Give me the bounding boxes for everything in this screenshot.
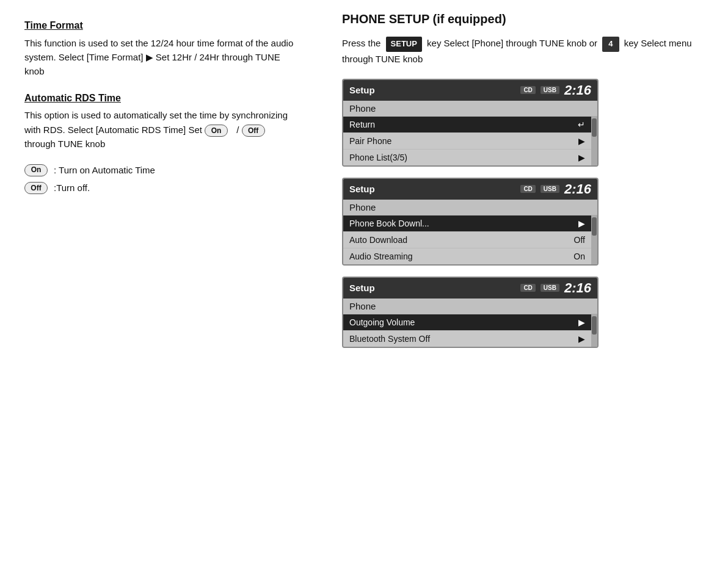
screen-3-badge-usb: USB (541, 284, 559, 292)
screen-2-header: SetupCDUSB2:16 (343, 179, 597, 200)
screen-1-row-1[interactable]: Return↵ (343, 116, 591, 132)
screen-1-header-title: Setup (349, 85, 375, 95)
screen-1-row-1-value: ↵ (578, 120, 585, 129)
screen-2-row-2-value: Off (574, 235, 585, 245)
on-bullet-toggle: On (24, 164, 48, 176)
screen-3-time: 2:16 (564, 280, 591, 296)
screen-2-badge-cd: CD (520, 185, 535, 193)
time-format-body: This function is used to set the 12/24 h… (24, 36, 299, 79)
screen-1-row-2-value: ▶ (578, 136, 585, 146)
screen-3-row-2[interactable]: Bluetooth System Off▶ (343, 330, 591, 347)
off-bullet-text: :Turn off. (54, 181, 90, 195)
screen-3-scrollbar-thumb (592, 316, 597, 335)
phone-setup-title: PHONE SETUP (if equipped) (342, 12, 710, 26)
screen-1-scrollbar[interactable] (591, 116, 597, 165)
screen-2-row-3-label: Audio Streaming (349, 252, 413, 261)
intro-line2: key Select [Phone] through TUNE knob or (427, 38, 597, 48)
slash-sep: / (236, 125, 241, 135)
screen-2-header-icons: CDUSB2:16 (520, 181, 591, 197)
left-column: Time Format This function is used to set… (0, 0, 324, 561)
screen-3-row-1-label: Outgoing Volume (349, 317, 415, 327)
rds-body-end: through TUNE knob (24, 139, 105, 149)
screen-2-scrollbar[interactable] (591, 215, 597, 264)
off-bullet-toggle: Off (24, 182, 48, 194)
screen-2-row-1[interactable]: Phone Book Downl...▶ (343, 215, 591, 231)
setup-key-badge: SETUP (386, 37, 422, 52)
screen-2-row-3[interactable]: Audio StreamingOn (343, 248, 591, 264)
screen-2-row-2-label: Auto Download (349, 235, 407, 245)
bullet-on: On : Turn on Automatic Time (24, 163, 299, 177)
num-key-badge: 4 (602, 37, 619, 52)
screen-3-rows: Outgoing Volume▶Bluetooth System Off▶ (343, 314, 591, 347)
screen-2-time: 2:16 (564, 181, 591, 197)
screen-1-row-3[interactable]: Phone List(3/5)▶ (343, 149, 591, 165)
right-column: PHONE SETUP (if equipped) Press the SETU… (324, 0, 728, 561)
on-toggle-button: On (205, 125, 228, 137)
bullet-list: On : Turn on Automatic Time Off :Turn of… (24, 163, 299, 195)
intro-text: Press the SETUP key Select [Phone] throu… (342, 36, 710, 67)
on-bullet-text: : Turn on Automatic Time (54, 163, 155, 177)
device-screen-3: SetupCDUSB2:16PhoneOutgoing Volume▶Bluet… (342, 277, 599, 348)
off-toggle-button: Off (242, 125, 265, 137)
device-screen-2: SetupCDUSB2:16PhonePhone Book Downl...▶A… (342, 178, 599, 266)
screen-3-badge-cd: CD (520, 284, 535, 292)
screen-3-header-title: Setup (349, 283, 375, 293)
screen-2-row-1-label: Phone Book Downl... (349, 219, 429, 228)
screen-2-row-1-value: ▶ (578, 219, 585, 228)
screen-1-row-3-label: Phone List(3/5) (349, 153, 407, 162)
screen-3-row-2-label: Bluetooth System Off (349, 334, 430, 344)
screen-1-header: SetupCDUSB2:16 (343, 80, 597, 101)
screen-1-badge-usb: USB (541, 86, 559, 94)
screen-3-row-1-value: ▶ (578, 317, 585, 327)
rds-time-title: Automatic RDS Time (24, 91, 299, 106)
intro-line1: Press the (342, 38, 380, 48)
screen-2-row-3-value: On (573, 252, 585, 261)
time-format-title: Time Format (24, 18, 299, 34)
screen-3-header-icons: CDUSB2:16 (520, 280, 591, 296)
screen-3-row-1[interactable]: Outgoing Volume▶ (343, 314, 591, 330)
screen-1-scrollbar-thumb (592, 118, 597, 137)
screen-1-row-1-label: Return (349, 120, 375, 129)
screen-1-row-2-label: Pair Phone (349, 136, 391, 146)
on-toggle-inline: On (205, 125, 236, 135)
device-screen-1: SetupCDUSB2:16PhoneReturn↵Pair Phone▶Pho… (342, 79, 599, 167)
rds-time-body: This option is used to automatically set… (24, 108, 299, 151)
screen-2-scrollbar-thumb (592, 217, 597, 236)
screen-1-subheader: Phone (343, 101, 597, 116)
screen-1-rows: Return↵Pair Phone▶Phone List(3/5)▶ (343, 116, 591, 165)
screen-3-subheader: Phone (343, 299, 597, 314)
screen-2-header-title: Setup (349, 184, 375, 194)
screen-1-badge-cd: CD (520, 86, 535, 94)
screen-1-row-3-value: ▶ (578, 153, 585, 162)
screen-2-badge-usb: USB (541, 185, 559, 193)
screen-2-subheader: Phone (343, 200, 597, 215)
screen-2-rows: Phone Book Downl...▶Auto DownloadOffAudi… (343, 215, 591, 264)
screen-3-header: SetupCDUSB2:16 (343, 278, 597, 299)
screens-container: SetupCDUSB2:16PhoneReturn↵Pair Phone▶Pho… (342, 79, 710, 348)
screen-1-row-2[interactable]: Pair Phone▶ (343, 132, 591, 149)
screen-3-scrollbar[interactable] (591, 314, 597, 347)
bullet-off: Off :Turn off. (24, 181, 299, 195)
screen-2-row-2[interactable]: Auto DownloadOff (343, 231, 591, 248)
screen-3-row-2-value: ▶ (578, 334, 585, 344)
screen-1-time: 2:16 (564, 82, 591, 98)
screen-1-header-icons: CDUSB2:16 (520, 82, 591, 98)
